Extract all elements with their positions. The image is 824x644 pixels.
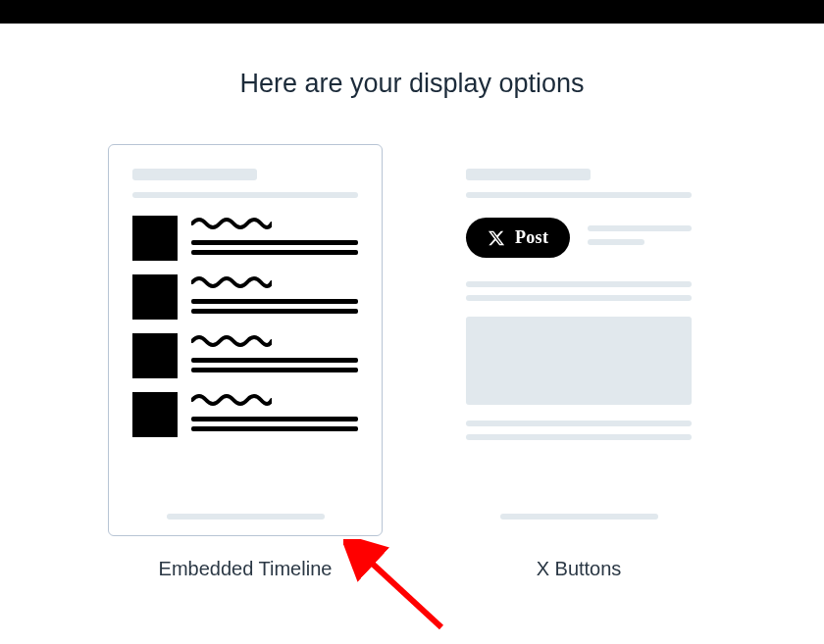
squiggle-icon [191, 394, 272, 406]
placeholder-line [191, 358, 358, 363]
placeholder-title [132, 169, 257, 180]
squiggle-icon [191, 218, 272, 229]
placeholder-footer [167, 514, 325, 520]
placeholder-line [466, 192, 692, 198]
avatar-placeholder [132, 392, 178, 437]
placeholder-line [191, 417, 358, 421]
avatar-placeholder [132, 333, 178, 378]
placeholder-footer [500, 514, 658, 520]
placeholder-block [466, 317, 692, 405]
x-logo-icon [488, 229, 505, 247]
placeholder-line [191, 309, 358, 314]
top-bar [0, 0, 824, 24]
placeholder-line [191, 426, 358, 431]
placeholder-line [466, 434, 692, 440]
placeholder-line [191, 368, 358, 372]
option-x-buttons[interactable]: Post X Buttons [441, 144, 716, 580]
timeline-preview [108, 144, 383, 536]
post-button-label: Post [515, 227, 548, 248]
placeholder-line [191, 240, 358, 245]
timeline-item [132, 216, 358, 261]
page-heading: Here are your display options [0, 69, 824, 99]
placeholder-line [132, 192, 358, 198]
placeholder-line [466, 295, 692, 301]
timeline-list [132, 216, 358, 437]
squiggle-icon [191, 276, 272, 288]
placeholder-line [588, 225, 692, 231]
avatar-placeholder [132, 274, 178, 320]
option-label: Embedded Timeline [159, 558, 333, 580]
option-embedded-timeline[interactable]: Embedded Timeline [108, 144, 383, 580]
placeholder-title [466, 169, 591, 180]
avatar-placeholder [132, 216, 178, 261]
placeholder-line [191, 299, 358, 304]
buttons-top-row: Post [466, 218, 692, 258]
timeline-item [132, 274, 358, 320]
squiggle-icon [191, 335, 272, 347]
placeholder-line [191, 250, 358, 255]
timeline-item [132, 392, 358, 437]
buttons-preview: Post [441, 144, 716, 536]
placeholder-line [466, 421, 692, 426]
option-label: X Buttons [537, 558, 622, 580]
placeholder-line [588, 239, 644, 245]
options-row: Embedded Timeline Post [0, 144, 824, 580]
post-button-preview: Post [466, 218, 570, 258]
timeline-item [132, 333, 358, 378]
placeholder-line [466, 281, 692, 287]
